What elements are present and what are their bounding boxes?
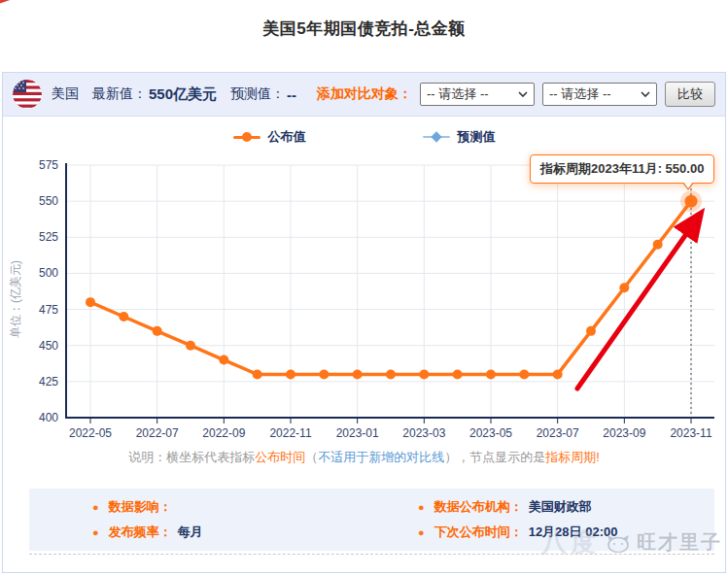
svg-text:575: 575: [39, 158, 58, 172]
info-next-release: ● 下次公布时间： 12月28日 02:00: [418, 524, 714, 541]
header-bar: 美国 最新值： 550亿美元 预测值： -- 添加对比对象： -- 请选择 --…: [3, 73, 725, 117]
svg-text:2023-09: 2023-09: [603, 426, 645, 440]
svg-text:425: 425: [39, 375, 58, 389]
bullet-icon: ●: [418, 526, 425, 538]
svg-text:2023-11: 2023-11: [670, 426, 711, 440]
svg-text:450: 450: [39, 339, 58, 353]
compare-select-1-value: -- 请选择 --: [427, 85, 489, 103]
svg-text:2023-01: 2023-01: [336, 426, 379, 440]
svg-text:2022-09: 2022-09: [202, 426, 245, 440]
indicator-info-box: ● 数据影响： ● 发布频率： 每月 ● 数据公布机构： 美国财政部 ● 下次公…: [29, 489, 714, 551]
forecast-line-diamond-icon: [423, 132, 450, 142]
info-label: 下次公布时间：: [434, 524, 523, 541]
info-publisher: ● 数据公布机构： 美国财政部: [418, 498, 714, 516]
note-paren: （: [305, 450, 318, 464]
svg-text:2023-05: 2023-05: [469, 426, 512, 440]
latest-value: 550亿美元: [149, 85, 217, 104]
chevron-down-icon: [641, 91, 650, 97]
legend-published[interactable]: 公布值: [233, 128, 306, 146]
latest-label: 最新值：: [92, 85, 147, 103]
legend-forecast-label: 预测值: [458, 128, 496, 146]
compare-select-2-value: -- 请选择 --: [549, 85, 611, 103]
svg-text:2022-11: 2022-11: [269, 426, 311, 440]
svg-text:550: 550: [39, 194, 58, 208]
info-value: 每月: [178, 524, 203, 541]
chart-legend: 公布值 预测值: [0, 128, 728, 146]
bullet-icon: ●: [418, 501, 425, 513]
svg-text:400: 400: [39, 411, 58, 424]
compare-select-1[interactable]: -- 请选择 --: [420, 83, 535, 106]
country-label: 美国: [52, 85, 79, 103]
svg-text:单位：(亿美元): 单位：(亿美元): [9, 260, 22, 338]
dashed-divider: [29, 554, 714, 555]
chevron-down-icon: [518, 91, 528, 97]
add-compare-label: 添加对比对象：: [317, 85, 412, 103]
svg-text:525: 525: [39, 230, 58, 244]
info-data-impact: ● 数据影响：: [92, 498, 418, 516]
note-blue-text: 不适用于新增的对比线: [318, 450, 444, 464]
info-release-frequency: ● 发布频率： 每月: [92, 524, 418, 541]
corner-red-mark: [0, 0, 10, 4]
bullet-icon: ●: [92, 526, 99, 538]
chart-note: 说明：横坐标代表指标公布时间（不适用于新增的对比线），节点显示的是指标周期!: [0, 449, 728, 466]
note-paren: ）: [444, 450, 457, 464]
svg-text:475: 475: [39, 303, 58, 317]
forecast-label: 预测值：: [230, 85, 285, 103]
info-value: 12月28日 02:00: [529, 524, 618, 541]
svg-text:2023-03: 2023-03: [402, 426, 445, 440]
compare-button[interactable]: 比较: [665, 82, 715, 107]
indicator-line-chart[interactable]: 4004254504755005255505752022-052022-0720…: [0, 153, 728, 441]
info-value: 美国财政部: [529, 498, 592, 516]
published-line-dot-icon: [233, 132, 260, 142]
info-label: 数据影响：: [109, 498, 172, 516]
chart-area[interactable]: 4004254504755005255505752022-052022-0720…: [0, 153, 728, 441]
page-title: 美国5年期国债竞拍-总金额: [0, 17, 728, 40]
svg-text:2023-07: 2023-07: [537, 426, 579, 440]
svg-text:2022-07: 2022-07: [136, 426, 179, 440]
legend-published-label: 公布值: [268, 128, 306, 146]
note-indicator-period: 指标周期!: [545, 450, 600, 464]
us-flag-icon: [13, 80, 42, 109]
compare-select-2[interactable]: -- 请选择 --: [542, 83, 657, 106]
tooltip-text: 指标周期2023年11月: 550.00: [540, 161, 704, 176]
svg-text:2022-05: 2022-05: [69, 426, 112, 440]
note-middle: ，节点显示的是: [457, 450, 545, 464]
info-label: 数据公布机构：: [434, 498, 523, 516]
note-prefix: 说明：横坐标代表指标: [128, 450, 255, 464]
bullet-icon: ●: [92, 501, 99, 513]
svg-text:500: 500: [39, 266, 58, 280]
page: 美国5年期国债竞拍-总金额: [0, 0, 728, 575]
legend-forecast[interactable]: 预测值: [423, 128, 496, 146]
chart-tooltip: 指标周期2023年11月: 550.00: [530, 154, 714, 184]
info-label: 发布频率：: [109, 524, 172, 541]
forecast-value: --: [287, 86, 296, 103]
note-publish-time: 公布时间: [255, 450, 305, 464]
